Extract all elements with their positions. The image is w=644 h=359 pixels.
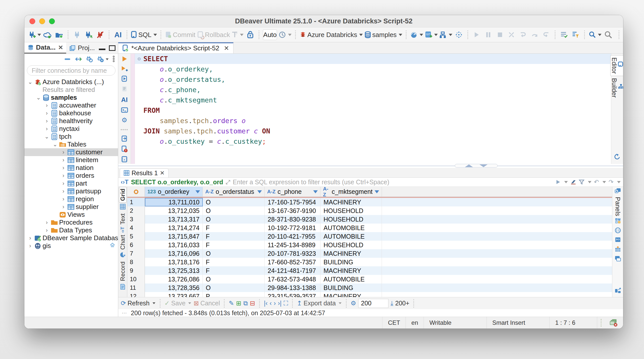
tree-item-views[interactable]: Views (24, 211, 118, 219)
code-line-6[interactable]: FROM (135, 105, 611, 116)
filters-menu-icon[interactable] (579, 179, 584, 185)
row-number[interactable]: 2 (127, 206, 145, 215)
search-icon[interactable] (603, 30, 613, 40)
execute-statement-icon[interactable] (120, 56, 129, 62)
cell-o_orderkey[interactable]: 13,725,313 (145, 266, 203, 275)
chevron-right-icon[interactable]: › (60, 196, 67, 202)
expand-filter-icon[interactable]: ⤢ (226, 179, 230, 186)
dashboard-button[interactable] (410, 30, 423, 40)
ai-assistant-button[interactable]: AI (113, 30, 123, 40)
connection-selector[interactable]: Azure Databricks (299, 30, 363, 40)
tree-item-partsupp[interactable]: ›partsupp (24, 187, 118, 195)
cell-c_mktsegment[interactable]: AUTOMOBILE (320, 232, 382, 241)
nav-forward-caret[interactable] (617, 181, 621, 183)
row-number[interactable]: 10 (127, 275, 145, 283)
open-cloud-folder-button[interactable] (54, 30, 64, 40)
code-line-7[interactable]: samples.tpch.orders o (135, 116, 611, 126)
duplicate-row-icon[interactable]: ⧉ (243, 300, 248, 307)
step-return-button[interactable] (541, 30, 551, 40)
cloud-connections-button[interactable] (43, 30, 53, 40)
column-header-o_orderkey[interactable]: 123o_orderkey (145, 187, 203, 197)
package-caret[interactable] (449, 34, 452, 36)
tree-item-customer[interactable]: ›customer (24, 148, 118, 156)
prev-row-icon[interactable]: ‹ (270, 300, 272, 307)
connect-button[interactable] (72, 30, 82, 40)
sql-editor-caret[interactable] (153, 34, 157, 36)
tree-item-data-types[interactable]: ›Data Types (24, 226, 118, 234)
cell-o_orderkey[interactable]: 13,728,356 (145, 283, 203, 292)
tab-record-view[interactable]: Record (119, 260, 126, 282)
filter-connections-input[interactable] (27, 65, 115, 76)
cell-o_orderkey[interactable]: 13,712,035 (145, 206, 203, 215)
sparkle-grid-icon[interactable] (454, 30, 464, 40)
cell-c_phone[interactable]: 13-167-367-9190 (265, 206, 320, 215)
cell-o_orderstatus[interactable]: O (203, 283, 265, 292)
filters-menu-caret[interactable] (588, 181, 591, 183)
cell-o_orderkey[interactable]: 13,716,033 (145, 241, 203, 249)
export-caret[interactable] (339, 302, 341, 304)
tab-sql-editor[interactable]: *<Azure Databricks> Script-52 ✕ (118, 42, 233, 53)
cell-c_phone[interactable]: 23-315-539-3537 (265, 292, 320, 297)
chevron-right-icon[interactable]: › (60, 172, 67, 179)
execute-script-icon[interactable] (120, 75, 129, 82)
filter-caret[interactable] (106, 58, 108, 60)
add-row-icon[interactable]: ⊞ (236, 300, 241, 307)
cell-c_mktsegment[interactable]: BUILDING (320, 258, 382, 266)
record-view-icon[interactable] (120, 283, 126, 292)
status-menu-icon[interactable]: ⋯ (122, 310, 127, 316)
chevron-right-icon[interactable]: › (44, 110, 50, 117)
chevron-right-icon[interactable]: › (44, 227, 50, 234)
statusbar-insert-mode[interactable]: Smart Insert (487, 317, 549, 329)
statusbar-writable[interactable]: Writable (424, 317, 487, 329)
debug-disconnect-button[interactable] (506, 30, 516, 40)
code-area[interactable]: ⊖SELECT o.o_orderkey, o.o_orderstatus, c… (135, 54, 611, 164)
debug-stop-button[interactable] (495, 30, 505, 40)
tree-item-gis[interactable]: ›gis (24, 242, 118, 250)
cell-o_orderstatus[interactable]: O (203, 215, 265, 224)
code-line-1[interactable]: ⊖SELECT (135, 54, 611, 64)
view-menu-icon[interactable] (112, 56, 115, 63)
nav-forward-icon[interactable]: ↷ (609, 178, 614, 186)
commit-button[interactable]: Commit (165, 30, 195, 40)
filter-history-caret[interactable] (564, 181, 568, 183)
close-icon[interactable]: ✕ (224, 45, 229, 52)
tree-item-procedures[interactable]: ›Procedures (24, 219, 118, 226)
cell-o_orderkey[interactable]: 13,711,010 (145, 198, 203, 206)
search-db-button[interactable] (588, 30, 601, 40)
tree-item-samples[interactable]: ⌄samples (24, 94, 118, 101)
cell-c_phone[interactable]: 17-632-573-4948 (265, 275, 320, 283)
cell-o_orderstatus[interactable]: F (203, 266, 265, 275)
maximize-view-icon[interactable] (109, 45, 115, 51)
fetch-size-input[interactable]: 200 (358, 299, 388, 308)
chevron-right-icon[interactable]: › (44, 219, 50, 226)
tree-item-azure-databricks[interactable]: ⌄Azure Databricks (...) (24, 78, 118, 86)
column-header-c_phone[interactable]: A-Zc_phone (265, 187, 320, 197)
refresh-button[interactable]: ⟳ Refresh (121, 300, 156, 307)
row-number[interactable]: 3 (127, 215, 145, 224)
tree-item-dbeaver-sample-database-s[interactable]: ›DBeaver Sample Database (S (24, 234, 118, 242)
nav-back-icon[interactable]: ↶ (594, 178, 599, 186)
code-line-4[interactable]: c.c_phone, (135, 85, 611, 95)
debug-pause-button[interactable] (483, 30, 493, 40)
row-number[interactable]: 9 (127, 266, 145, 275)
chevron-right-icon[interactable]: › (60, 204, 67, 210)
reconnect-button[interactable] (84, 30, 94, 40)
cell-o_orderstatus[interactable]: P (203, 292, 265, 297)
statusbar-timezone[interactable]: CET (382, 317, 406, 329)
history-caret[interactable] (288, 34, 292, 36)
nav-back-caret[interactable] (602, 181, 606, 183)
quick-filter-button[interactable] (571, 30, 581, 40)
collapse-all-icon[interactable] (64, 57, 71, 61)
cell-c_mktsegment[interactable]: MACHINERY (320, 292, 382, 297)
cell-o_orderkey[interactable]: 13,726,086 (145, 275, 203, 283)
chevron-down-icon[interactable]: ⌄ (44, 133, 50, 140)
value-viewer-icon[interactable] (615, 226, 621, 236)
cell-o_orderkey[interactable]: 13,714,274 (145, 224, 203, 232)
execute-new-tab-icon[interactable] (120, 65, 129, 72)
rollback-button[interactable]: Rollback (197, 30, 230, 40)
references-panel-icon[interactable] (615, 255, 621, 264)
apply-filter-play-icon[interactable] (556, 179, 561, 185)
row-number[interactable]: 6 (127, 241, 145, 249)
cell-o_orderkey[interactable]: 13,715,847 (145, 232, 203, 241)
chevron-right-icon[interactable]: › (44, 126, 50, 132)
